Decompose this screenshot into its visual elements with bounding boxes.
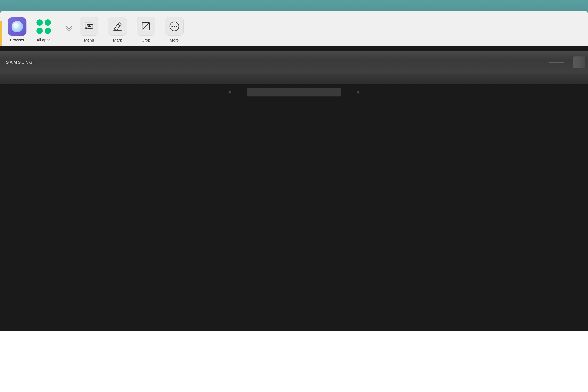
left-accent bbox=[0, 20, 2, 46]
mark-icon-box bbox=[108, 17, 127, 36]
more-icon-box bbox=[165, 17, 184, 36]
crop-button[interactable]: Crop bbox=[132, 15, 160, 44]
dot-2 bbox=[45, 20, 51, 26]
mark-button[interactable]: Mark bbox=[103, 15, 132, 44]
dots-grid bbox=[36, 20, 51, 34]
svg-point-1 bbox=[14, 21, 20, 32]
menu-button[interactable]: Menu bbox=[75, 15, 103, 44]
menu-icon-box bbox=[80, 17, 98, 36]
svg-point-21 bbox=[174, 26, 175, 27]
svg-point-4 bbox=[12, 21, 22, 32]
dot-4 bbox=[45, 28, 51, 34]
toolbar-divider bbox=[60, 20, 60, 40]
crop-label: Crop bbox=[142, 38, 150, 42]
browser-globe-icon bbox=[12, 21, 23, 32]
allapps-label: All apps bbox=[37, 38, 50, 42]
browser-globe-svg bbox=[12, 21, 23, 32]
taskbar-items: Browser All apps bbox=[0, 15, 268, 44]
svg-point-20 bbox=[172, 26, 173, 27]
more-button[interactable]: More bbox=[160, 15, 188, 44]
device-area: SAMSUNG bbox=[0, 46, 268, 178]
cd-tray-area bbox=[0, 84, 268, 100]
crop-icon-box bbox=[136, 17, 155, 36]
svg-point-3 bbox=[14, 23, 18, 27]
svg-line-14 bbox=[143, 23, 149, 29]
svg-line-11 bbox=[114, 29, 114, 30]
browser-label: Browser bbox=[10, 38, 24, 42]
chevron-down-icon[interactable] bbox=[64, 24, 74, 33]
menu-icon bbox=[84, 21, 94, 32]
device-bottom-strip bbox=[0, 74, 268, 84]
taskbar: Browser All apps bbox=[0, 11, 268, 48]
screw-left bbox=[228, 91, 231, 94]
mark-label: Mark bbox=[113, 38, 122, 42]
dot-3 bbox=[36, 28, 43, 34]
dot-1 bbox=[36, 20, 43, 26]
menu-label: Menu bbox=[84, 38, 94, 42]
samsung-logo: SAMSUNG bbox=[6, 60, 33, 65]
crop-icon bbox=[140, 21, 151, 32]
more-icon bbox=[169, 21, 180, 32]
allapps-app[interactable]: All apps bbox=[30, 15, 57, 44]
more-label: More bbox=[170, 38, 179, 42]
mark-icon bbox=[112, 21, 123, 32]
browser-app-icon bbox=[8, 17, 26, 36]
svg-point-0 bbox=[12, 21, 22, 32]
cd-tray bbox=[247, 88, 268, 96]
device-bezel-top bbox=[0, 46, 268, 51]
allapps-app-icon bbox=[34, 17, 53, 36]
browser-app[interactable]: Browser bbox=[4, 15, 30, 44]
svg-point-22 bbox=[176, 26, 177, 27]
device-main-body: SAMSUNG bbox=[0, 51, 268, 74]
